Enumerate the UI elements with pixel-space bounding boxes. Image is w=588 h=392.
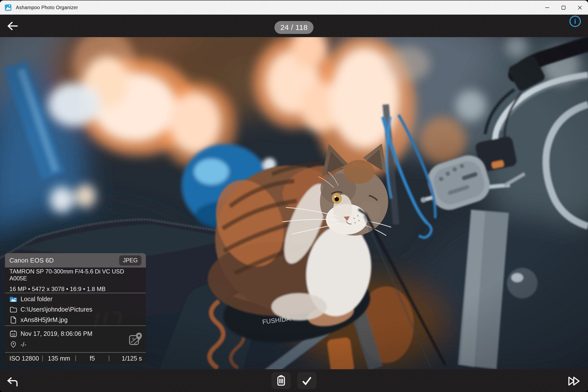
minimize-icon [545, 5, 550, 10]
fast-forward-icon [568, 376, 582, 386]
location-row: -/- [9, 340, 141, 349]
location-pin-icon [9, 340, 17, 348]
camera-model: Canon EOS 6D [9, 257, 54, 264]
date-location-section: Nov 17, 2019, 8:06:06 PM -/- G [5, 326, 146, 352]
skip-button[interactable] [567, 375, 582, 387]
trash-icon [276, 375, 287, 386]
map-location-icon: G [129, 332, 142, 346]
exif-shutter-speed: 1/125 s [109, 355, 146, 362]
info-glyph: i [574, 18, 576, 25]
minimize-button[interactable] [539, 0, 555, 14]
date-taken: Nov 17, 2019, 8:06:06 PM [20, 330, 92, 337]
app-window: FUSHIDA [0, 0, 588, 392]
decision-toolbar [272, 372, 316, 389]
image-details: 16 MP • 5472 x 3078 • 16:9 • 1.8 MB [9, 286, 141, 292]
exif-aperture: f5 [76, 355, 109, 362]
app-logo-icon [4, 4, 12, 12]
undo-arrow-icon [6, 375, 18, 387]
folder-outline-icon [9, 306, 17, 313]
pictures-folder-icon [9, 295, 17, 303]
folder-path: C:\Users\johndoe\Pictures [20, 306, 92, 313]
lens-name: TAMRON SP 70-300mm F/4-5.6 Di VC USD A00… [9, 268, 141, 282]
back-button[interactable] [5, 20, 20, 32]
exif-summary-row: ISO 12800 135 mm f5 1/125 s [5, 353, 146, 364]
info-circle-icon: i [569, 15, 582, 28]
info-button[interactable]: i [569, 15, 582, 28]
source-label: Local folder [20, 296, 52, 303]
map-g-glyph: G [132, 337, 135, 340]
window-controls [539, 0, 588, 14]
close-button[interactable] [572, 0, 588, 14]
exif-iso: ISO 12800 [5, 355, 42, 362]
checkmark-icon [301, 375, 313, 386]
keep-button[interactable] [297, 372, 316, 389]
calendar-icon [9, 330, 17, 338]
file-name: xAns8H5j9rM.jpg [20, 316, 67, 324]
window-title: Ashampoo Photo Organizer [16, 5, 78, 10]
delete-button[interactable] [272, 372, 291, 389]
source-row: Local folder [9, 294, 141, 304]
viewer-bottom-bar [0, 369, 588, 392]
format-badge: JPEG [119, 256, 141, 266]
maximize-icon [561, 5, 566, 10]
undo-button[interactable] [5, 375, 19, 388]
file-name-row: xAns8H5j9rM.jpg [9, 315, 141, 324]
exif-focal-length: 135 mm [43, 355, 76, 362]
date-row: Nov 17, 2019, 8:06:06 PM [9, 329, 141, 338]
location-coordinates: -/- [20, 341, 26, 348]
panel-header: Canon EOS 6D JPEG [5, 253, 146, 268]
file-location-section: Local folder C:\Users\johndoe\Pictures [5, 293, 146, 326]
viewer-top-bar: 24 / 118 [0, 14, 588, 37]
close-icon [577, 5, 582, 10]
file-outline-icon [9, 316, 17, 324]
open-map-button[interactable]: G [129, 332, 142, 346]
back-arrow-icon [6, 21, 19, 31]
folder-path-row: C:\Users\johndoe\Pictures [9, 305, 141, 314]
exif-info-panel: Canon EOS 6D JPEG TAMRON SP 70-300mm F/4… [5, 253, 146, 364]
camera-info-section: TAMRON SP 70-300mm F/4-5.6 Di VC USD A00… [5, 268, 146, 293]
maximize-button[interactable] [555, 0, 572, 14]
photo-counter: 24 / 118 [275, 21, 313, 34]
title-bar: Ashampoo Photo Organizer [0, 0, 588, 14]
